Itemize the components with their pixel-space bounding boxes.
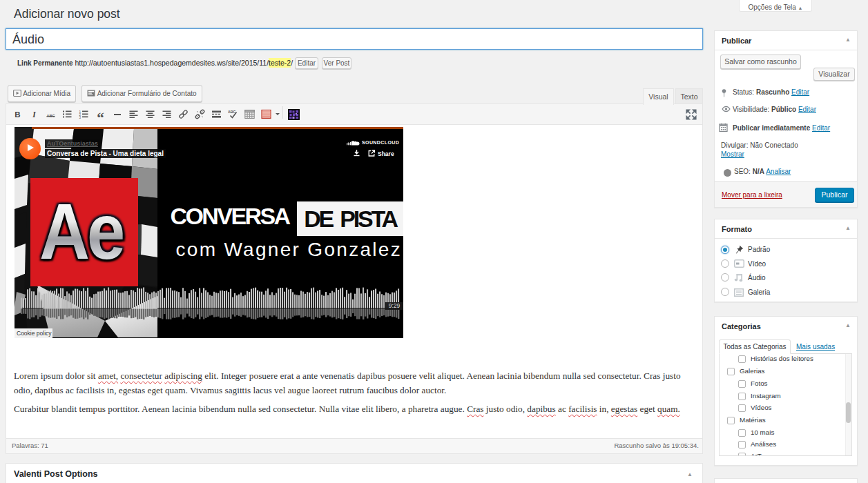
svg-text:ABC: ABC <box>228 110 235 114</box>
svg-text:3: 3 <box>79 116 81 119</box>
